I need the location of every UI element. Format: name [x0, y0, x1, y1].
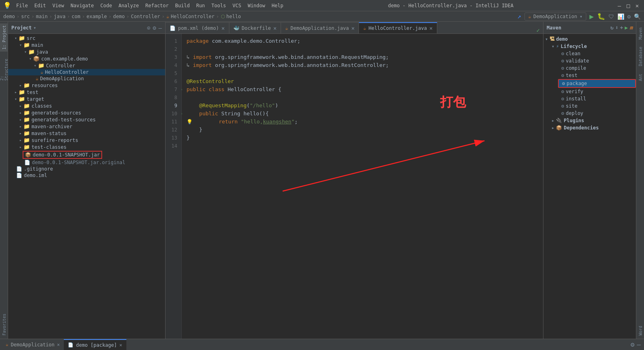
- sidebar-tab-structure[interactable]: 2: Structure: [0, 52, 8, 81]
- maximize-button[interactable]: □: [625, 2, 632, 9]
- profile-button[interactable]: 📊: [617, 13, 624, 20]
- breadcrumb-example[interactable]: example: [86, 14, 107, 19]
- project-dropdown-icon[interactable]: ▾: [34, 25, 36, 31]
- menu-navigate[interactable]: Navigate: [68, 2, 96, 9]
- breadcrumb-hello[interactable]: hello: [227, 14, 241, 19]
- bottom-minimize-icon[interactable]: —: [637, 341, 641, 348]
- tree-item-gitignore[interactable]: 📄 .gitignore: [8, 166, 165, 172]
- tree-arrow-classes[interactable]: [19, 104, 22, 108]
- run-config-selector[interactable]: ☕ DemoApplication ▾: [524, 12, 586, 21]
- menu-run[interactable]: Run: [194, 2, 208, 9]
- menu-help[interactable]: Help: [269, 2, 286, 9]
- tree-arrow-java[interactable]: [24, 50, 27, 54]
- menu-window[interactable]: Window: [245, 2, 267, 9]
- tree-arrow-com-example[interactable]: [29, 56, 31, 61]
- tree-item-test-classes[interactable]: 📁 test-classes: [8, 144, 165, 150]
- tree-item-demo-iml[interactable]: 📄 demo.iml: [8, 172, 165, 179]
- tree-item-maven-status[interactable]: 📁 maven-status: [8, 130, 165, 137]
- breadcrumb-hellocontroller[interactable]: HelloController: [171, 14, 214, 19]
- tree-item-test[interactable]: 📁 test: [8, 89, 165, 96]
- maven-lifecycle-site[interactable]: ⚙ site: [558, 102, 636, 110]
- right-tab-ant[interactable]: Ant: [636, 69, 644, 85]
- breadcrumb-demo[interactable]: demo: [3, 14, 15, 19]
- close-button[interactable]: ✕: [634, 2, 641, 9]
- tree-item-target[interactable]: 📁 target: [8, 96, 165, 102]
- debug-button[interactable]: 🐛: [597, 12, 605, 20]
- breadcrumb-demo2[interactable]: demo: [113, 14, 125, 19]
- settings-icon[interactable]: ⚙: [627, 13, 631, 20]
- tab-demoapplication[interactable]: ☕ DemoApplication.java ×: [281, 22, 359, 33]
- bottom-settings-icon[interactable]: ⚙: [631, 341, 635, 348]
- coverage-button[interactable]: 🛡: [608, 13, 614, 20]
- tree-arrow-surefire[interactable]: [19, 138, 22, 142]
- right-tab-word[interactable]: Word: [636, 323, 644, 339]
- breadcrumb-src[interactable]: src: [21, 14, 30, 19]
- tree-arrow-main[interactable]: [19, 43, 22, 47]
- menu-view[interactable]: View: [50, 2, 67, 9]
- menu-vcs[interactable]: VCS: [230, 2, 244, 9]
- right-tab-database[interactable]: Database: [636, 44, 644, 69]
- menu-edit[interactable]: Edit: [32, 2, 48, 9]
- tree-item-generated-sources[interactable]: 📁 generated-sources: [8, 109, 165, 116]
- pom-tab-close[interactable]: ×: [221, 25, 224, 31]
- maven-lifecycle-verify[interactable]: ⚙ verify: [558, 88, 636, 95]
- maven-lifecycle-compile[interactable]: ⚙ compile: [558, 65, 636, 72]
- run-button[interactable]: ▶: [589, 12, 594, 21]
- tree-arrow-test-classes[interactable]: [19, 145, 22, 149]
- tree-item-com-example[interactable]: 📦 com.example.demo: [8, 55, 165, 62]
- tree-arrow-test[interactable]: [15, 90, 17, 94]
- maven-lifecycle-clean[interactable]: ⚙ clean: [558, 50, 636, 57]
- project-minimize-icon[interactable]: —: [159, 25, 162, 31]
- code-content[interactable]: package com.example.demo.Controller; ↳ i…: [182, 34, 543, 339]
- maven-add-icon[interactable]: +: [620, 25, 623, 31]
- navigation-back-icon[interactable]: ↗: [517, 12, 521, 20]
- code-editor[interactable]: 1 2 3 4 5 6 7 8 9 10 11 12 13 14 package…: [166, 34, 543, 339]
- menu-analyze[interactable]: Analyze: [116, 2, 141, 9]
- breadcrumb-main[interactable]: main: [36, 14, 48, 19]
- tree-arrow-gen-sources[interactable]: [19, 110, 22, 115]
- tab-demoapplication-run[interactable]: ☕ DemoApplication ×: [2, 339, 64, 350]
- tree-item-classes[interactable]: 📁 classes: [8, 102, 165, 109]
- tree-arrow-controller[interactable]: [34, 63, 36, 68]
- tree-arrow-resources[interactable]: [19, 83, 22, 88]
- minimize-button[interactable]: —: [616, 2, 623, 9]
- tab-demo-package[interactable]: 📄 demo [package] ×: [64, 339, 126, 350]
- maven-run-icon[interactable]: ▶: [625, 25, 628, 31]
- maven-lifecycle-test[interactable]: ⚙ test: [558, 72, 636, 79]
- tree-item-snapshot-jar[interactable]: 📦 demo-0.0.1-SNAPSHOT.jar: [8, 150, 165, 159]
- tree-arrow-maven-archiver[interactable]: [19, 124, 22, 129]
- search-icon[interactable]: 🔍: [634, 13, 641, 20]
- maven-lifecycle-package[interactable]: ⚙ package: [558, 79, 636, 88]
- breadcrumb-java[interactable]: java: [54, 14, 65, 19]
- maven-lifecycle-validate[interactable]: ⚙ validate: [558, 57, 636, 65]
- tree-arrow-maven-status[interactable]: [19, 131, 22, 135]
- tree-item-main[interactable]: 📁 main: [8, 42, 165, 48]
- maven-demo-section[interactable]: ▾ 🏗 demo: [543, 35, 636, 43]
- project-locate-icon[interactable]: ⊙: [147, 25, 150, 31]
- menu-refactor[interactable]: Refactor: [143, 2, 171, 9]
- tree-arrow-gen-test-sources[interactable]: [19, 117, 22, 122]
- tree-item-gen-test-sources[interactable]: 📁 generated-test-sources: [8, 116, 165, 123]
- tree-item-controller[interactable]: 📁 Controller: [8, 62, 165, 69]
- maven-plugins-header[interactable]: ▸ 🔌 Plugins: [550, 117, 636, 124]
- maven-refresh-icon[interactable]: ↻: [610, 25, 614, 31]
- menu-file[interactable]: File: [14, 2, 30, 9]
- demoapplication-tab-close[interactable]: ×: [351, 25, 355, 31]
- tree-item-hellocontroller[interactable]: ☕ HelloController: [8, 69, 165, 75]
- breadcrumb-com[interactable]: com: [71, 14, 80, 19]
- tab-dockerfile[interactable]: 🐳 Dockerfile ×: [229, 22, 281, 33]
- tree-arrow-src[interactable]: [15, 36, 17, 40]
- tab-pom-xml[interactable]: 📄 pom.xml (demo) ×: [166, 22, 229, 33]
- dockerfile-tab-close[interactable]: ×: [273, 25, 277, 31]
- maven-lifecycle-deploy[interactable]: ⚙ deploy: [558, 110, 636, 117]
- tree-item-resources[interactable]: 📁 resources: [8, 82, 165, 89]
- sidebar-tab-project[interactable]: 1: Project: [0, 23, 8, 52]
- maven-dependencies-header[interactable]: ▸ 📦 Dependencies: [550, 124, 636, 131]
- tree-item-src[interactable]: 📁 src: [8, 35, 165, 42]
- menu-code[interactable]: Code: [98, 2, 115, 9]
- tab-hellocontroller[interactable]: ☕ HelloController.java ×: [359, 22, 437, 33]
- menu-build[interactable]: Build: [173, 2, 192, 9]
- maven-m-icon[interactable]: m: [629, 25, 633, 31]
- maven-download-icon[interactable]: ⬇: [615, 25, 619, 31]
- tree-arrow-target[interactable]: [15, 97, 17, 101]
